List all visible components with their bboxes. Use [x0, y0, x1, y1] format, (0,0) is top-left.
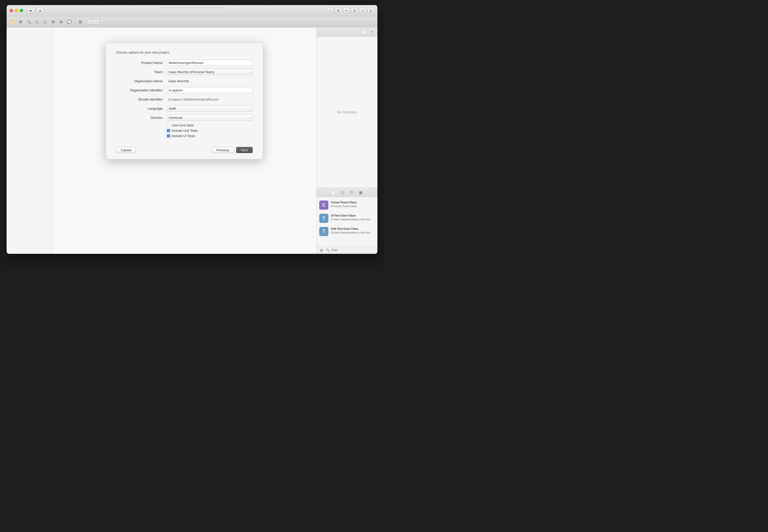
navigator-toggle[interactable]: ⊟	[351, 8, 358, 13]
team-label: Team:	[116, 70, 167, 74]
speech-icon[interactable]: 💬	[66, 19, 73, 25]
editor-assistant-button[interactable]: ⊞	[335, 8, 342, 13]
cancel-button[interactable]: Cancel	[116, 147, 136, 153]
sidebar-left	[7, 27, 52, 254]
help-inspector-icon[interactable]: ?	[369, 29, 375, 35]
no-selection-label: No Selection	[337, 110, 357, 114]
language-label: Language:	[116, 107, 167, 110]
color-library-icon[interactable]: ▦	[358, 190, 364, 195]
list-item[interactable]: T UI Test Case Class A class implementin…	[317, 212, 377, 225]
language-row: Language: Swift Objective-C ⌄	[116, 105, 253, 112]
main-area: Choose options for your new project: Pro…	[7, 27, 377, 254]
org-id-row: Organization Identifier:	[116, 87, 253, 93]
team-select[interactable]: Isaac Murchie (Personal Team)	[167, 69, 253, 75]
search-toolbar-icon[interactable]: 🔍	[25, 19, 32, 25]
unit-test-case-title: Unit Test Case Class	[331, 227, 375, 231]
include-ui-tests-checkbox[interactable]: ✓	[167, 134, 170, 138]
titlebar: ▶ ■ ≡ ⊞ ↩ ⊟ ▭ ⊡	[7, 5, 377, 16]
bundle-id-row: Bundle Identifier: io.appium.WebDriverAg…	[116, 96, 253, 103]
media-library-icon[interactable]: ©	[349, 190, 354, 195]
modal-footer: Cancel Previous Next	[116, 147, 253, 153]
warning-icon[interactable]: ⚠	[34, 19, 40, 25]
right-panel-no-selection: No Selection	[317, 37, 377, 188]
bookmark-icon[interactable]: ◇	[42, 19, 48, 25]
include-unit-tests-label[interactable]: ✓ Include Unit Tests	[167, 129, 198, 132]
right-panel: 📄 ? No Selection 📄 { } © ▦ C	[316, 27, 377, 254]
devices-select[interactable]: Universal iPhone iPad	[167, 114, 253, 121]
template-library-icon[interactable]: 📄	[331, 190, 336, 195]
filter-input[interactable]	[331, 248, 375, 252]
traffic-lights	[10, 9, 23, 12]
right-panel-bottom: 📄 { } © ▦ C Cocoa Touch Class A Cocoa To…	[317, 188, 377, 254]
toolbar: 📁 ⊞ 🔍 ⚠ ◇ ⊞ ⧉ 💬 ⊞ ‹ ›	[7, 16, 377, 27]
editor-standard-button[interactable]: ≡	[326, 8, 334, 13]
folder-icon[interactable]: 📁	[9, 19, 16, 25]
org-id-label: Organization Identifier:	[116, 88, 167, 92]
cocoa-touch-class-desc: A Cocoa Touch class	[331, 204, 375, 208]
include-unit-tests-checkbox[interactable]: ✓	[167, 129, 170, 132]
cocoa-touch-class-text: Cocoa Touch Class A Cocoa Touch class	[331, 201, 375, 208]
modal-title: Choose options for your new project:	[116, 51, 253, 54]
maximize-button[interactable]	[20, 9, 23, 12]
devices-select-wrapper: Universal iPhone iPad ⌄	[167, 114, 253, 121]
ui-test-case-title: UI Test Case Class	[331, 214, 375, 218]
footer-nav: Previous Next	[212, 147, 253, 153]
titlebar-controls: ▶ ■	[27, 8, 44, 13]
hierarchy-icon[interactable]: ⊞	[17, 19, 24, 25]
nav-buttons: ‹ ›	[87, 19, 99, 25]
grid-icon[interactable]: ⊞	[50, 19, 56, 25]
devices-label: Devices:	[116, 116, 167, 120]
file-inspector-icon[interactable]: 📄	[361, 29, 367, 35]
ui-test-case-icon: T	[319, 214, 328, 223]
org-id-input[interactable]	[167, 87, 253, 93]
list-item[interactable]: C Cocoa Touch Class A Cocoa Touch class	[317, 198, 377, 212]
product-name-input[interactable]	[167, 60, 253, 66]
org-name-value: Isaac Murchie	[167, 79, 253, 84]
ui-test-case-text: UI Test Case Class A class implementing …	[331, 214, 375, 222]
filter-icon-symbol: 🔍	[326, 248, 330, 252]
toolbar-separator	[75, 19, 75, 24]
editor-version-button[interactable]: ↩	[343, 8, 350, 13]
use-core-data-checkbox[interactable]	[167, 124, 170, 127]
include-ui-tests-row: ✓ Include UI Tests	[116, 134, 253, 138]
link-icon[interactable]: ⧉	[58, 19, 64, 25]
include-unit-tests-row: ✓ Include Unit Tests	[116, 129, 253, 132]
language-select-wrapper: Swift Objective-C ⌄	[167, 105, 253, 111]
center-content: Choose options for your new project: Pro…	[52, 27, 316, 254]
unit-test-case-desc: A class implementing a unit test	[331, 231, 375, 235]
titlebar-right-controls: ≡ ⊞ ↩ ⊟ ▭ ⊡	[326, 8, 374, 13]
team-row: Team: Isaac Murchie (Personal Team) ⌄	[116, 69, 253, 75]
use-core-data-row: Use Core Data	[116, 123, 253, 127]
next-button[interactable]: Next	[236, 147, 253, 153]
inspector-toggle[interactable]: ⊡	[367, 8, 374, 13]
product-name-row: Product Name:	[116, 59, 253, 66]
right-panel-bottom-tabs: 📄 { } © ▦	[317, 188, 377, 197]
org-name-row: Organization Name: Isaac Murchie	[116, 78, 253, 84]
filter-grid-icon[interactable]: ⊞	[319, 247, 324, 253]
new-project-modal: Choose options for your new project: Pro…	[106, 43, 263, 159]
previous-button[interactable]: Previous	[212, 147, 234, 153]
nav-forward-button[interactable]: ›	[93, 19, 99, 25]
run-button[interactable]: ▶	[27, 8, 35, 13]
cocoa-touch-class-title: Cocoa Touch Class	[331, 201, 375, 204]
right-panel-filter: ⊞ 🔍	[317, 246, 377, 254]
right-panel-items: C Cocoa Touch Class A Cocoa Touch class …	[317, 197, 377, 246]
use-core-data-label[interactable]: Use Core Data	[167, 123, 193, 127]
titlebar-search[interactable]	[156, 8, 227, 14]
list-item[interactable]: T Unit Test Case Class A class implement…	[317, 225, 377, 238]
include-ui-tests-label[interactable]: ✓ Include UI Tests	[167, 134, 195, 138]
close-button[interactable]	[10, 9, 13, 12]
language-select[interactable]: Swift Objective-C	[167, 105, 253, 111]
debug-toggle[interactable]: ▭	[359, 8, 366, 13]
stop-button[interactable]: ■	[36, 8, 44, 13]
org-name-label: Organization Name:	[116, 79, 167, 83]
product-name-label: Product Name:	[116, 61, 167, 65]
snippet-library-icon[interactable]: { }	[340, 190, 345, 195]
grid2-icon[interactable]: ⊞	[77, 19, 84, 25]
modal-form: Product Name: Team: Isaac Murchie (Perso…	[116, 59, 253, 139]
team-select-wrapper: Isaac Murchie (Personal Team) ⌄	[167, 69, 253, 75]
minimize-button[interactable]	[15, 9, 18, 12]
nav-back-button[interactable]: ‹	[87, 19, 93, 25]
ui-test-case-desc: A class implementing a unit test	[331, 218, 375, 221]
main-window: ▶ ■ ≡ ⊞ ↩ ⊟ ▭ ⊡ 📁 ⊞ 🔍 ⚠ ◇ ⊞ ⧉ 💬 ⊞ ‹ ›	[7, 5, 377, 254]
